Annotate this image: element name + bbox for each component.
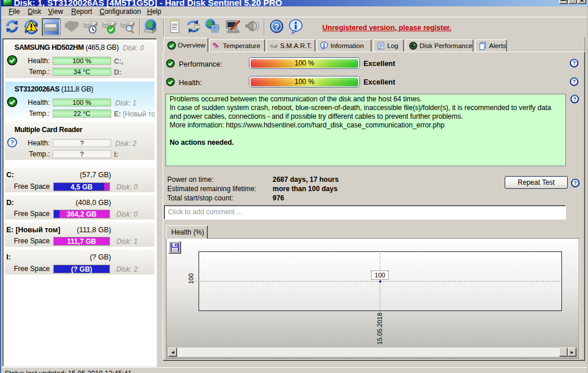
svg-text:?: ? <box>274 22 280 31</box>
svg-text:?: ? <box>572 79 576 85</box>
svg-text:?: ? <box>572 60 576 66</box>
svg-text:?: ? <box>574 180 577 186</box>
svg-text:?: ? <box>573 96 576 102</box>
